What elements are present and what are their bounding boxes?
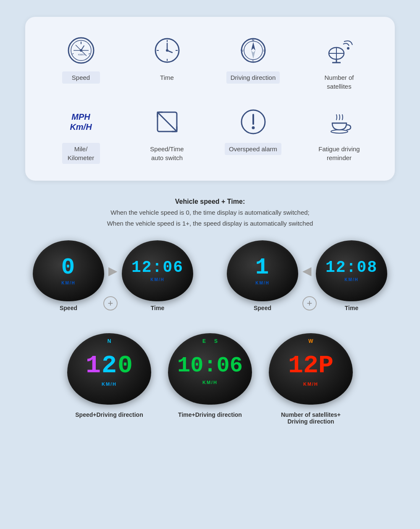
fatigue-icon xyxy=(323,105,356,139)
display-group-sat-dir: W 12P KM/H Number of satellites+Driving … xyxy=(269,333,353,425)
svg-text:W: W xyxy=(241,49,244,52)
mile-km-label: Mile/Kilometer xyxy=(62,143,100,164)
display-screen-speed1: 1 KM/H xyxy=(227,240,298,301)
svg-point-13 xyxy=(166,49,168,52)
display-value-time1206: 12:06 xyxy=(131,260,184,276)
display-value-sat-dir: 12P xyxy=(288,351,333,380)
display-screen-time1208: 12:08 KM/H xyxy=(316,240,387,301)
feature-satellites: Number ofsatellites xyxy=(296,34,382,92)
svg-line-33 xyxy=(158,112,177,132)
svg-text:N: N xyxy=(252,39,254,42)
feature-overspeed: Overspeed alarm xyxy=(210,105,296,164)
svg-text:KM/H: KM/H xyxy=(78,53,84,56)
satellite-icon xyxy=(323,34,356,67)
feature-time: Time xyxy=(124,34,210,92)
display-group-time-dir: E S 10:06 KM/H Time+Driving direction xyxy=(168,333,252,418)
feature-speed: KM/H Speed xyxy=(38,34,124,92)
mph-kmh-text: MPHKm/H xyxy=(70,112,92,132)
display-value-speed-dir: 1 2 0 xyxy=(86,351,133,380)
svg-text:E: E xyxy=(263,49,265,52)
display-value-time1208: 12:08 xyxy=(326,260,378,276)
display-screen-speed-dir: N 1 2 0 KM/H xyxy=(67,333,151,405)
dir-letter-w: W xyxy=(308,338,313,344)
description-title: Vehicle speed + Time: xyxy=(175,198,245,205)
auto-switch-label: Speed/Timeauto switch xyxy=(146,143,188,164)
display-screen-sat-dir: W 12P KM/H xyxy=(269,333,353,405)
feature-mile-km: MPHKm/H Mile/Kilometer xyxy=(38,105,124,164)
svg-point-36 xyxy=(252,126,255,129)
display-screen-speed0: 0 KM/H xyxy=(33,240,104,301)
svg-point-31 xyxy=(347,47,349,50)
display-unit-speed-dir: KM/H xyxy=(102,382,117,387)
feature-auto-switch: Speed/Timeauto switch xyxy=(124,105,210,164)
speed-label: Speed xyxy=(62,71,100,84)
svg-text:S: S xyxy=(252,60,254,63)
fatigue-label: Fatigue drivingreminder xyxy=(314,143,364,164)
display-label-time-dir: Time+Driving direction xyxy=(178,411,242,418)
display-group-speed-dir: N 1 2 0 KM/H Speed+Driving direction xyxy=(67,333,151,418)
display-unit-time-dir: KM/H xyxy=(202,380,218,385)
svg-line-9 xyxy=(89,53,90,54)
compass-icon: N S W E xyxy=(236,34,270,67)
feature-grid: KM/H Speed xyxy=(38,34,382,164)
display-value-speed1: 1 xyxy=(255,256,270,279)
svg-marker-20 xyxy=(251,42,255,50)
display-unit-speed0: KM/H xyxy=(61,281,76,285)
dir-top-letters: E S xyxy=(202,338,218,344)
svg-line-8 xyxy=(72,53,74,54)
description-block: Vehicle speed + Time: When the vehicle s… xyxy=(107,196,313,229)
display-unit-time1206: KM/H xyxy=(150,277,165,282)
description-line1: When the vehicle speed is 0, the time di… xyxy=(110,209,310,216)
overspeed-icon xyxy=(236,105,270,139)
time-icon xyxy=(150,34,184,67)
feature-direction: N S W E Driving direction xyxy=(210,34,296,92)
overspeed-label: Overspeed alarm xyxy=(225,143,281,155)
display-unit-speed1: KM/H xyxy=(255,281,270,285)
display-screen-time-dir: E S 10:06 KM/H xyxy=(168,333,252,405)
direction-label: Driving direction xyxy=(226,71,280,84)
display-label-speed-dir: Speed+Driving direction xyxy=(75,411,143,418)
arrow-left-icon: ◀ xyxy=(302,264,312,278)
dir-letter-n: N xyxy=(108,338,111,344)
display-value-time-dir: 10:06 xyxy=(177,353,243,378)
feature-card: KM/H Speed xyxy=(25,17,395,181)
time-label: Time xyxy=(148,71,186,84)
display-value-speed0: 0 xyxy=(61,256,76,279)
auto-switch-icon xyxy=(150,105,184,139)
description-line2: When the vehicle speed is 1+, the speed … xyxy=(107,220,313,227)
plus-icon-1: + xyxy=(103,296,118,311)
display-row-bottom: N 1 2 0 KM/H Speed+Driving direction E S… xyxy=(25,333,395,425)
svg-point-6 xyxy=(80,49,82,52)
feature-fatigue: Fatigue drivingreminder xyxy=(296,105,382,164)
display-label-sat-dir: Number of satellites+Driving direction xyxy=(281,411,341,425)
plus-icon-2: + xyxy=(302,296,317,311)
speed-icon: KM/H xyxy=(64,34,98,67)
satellites-label: Number ofsatellites xyxy=(320,71,358,92)
svg-marker-21 xyxy=(251,50,255,59)
display-screen-time1206: 12:06 KM/H xyxy=(122,240,193,301)
arrow-right-icon: ▶ xyxy=(108,264,118,278)
display-unit-sat-dir: KM/H xyxy=(303,382,318,387)
mph-kmh-icon: MPHKm/H xyxy=(64,105,98,139)
display-unit-time1208: KM/H xyxy=(344,277,359,282)
